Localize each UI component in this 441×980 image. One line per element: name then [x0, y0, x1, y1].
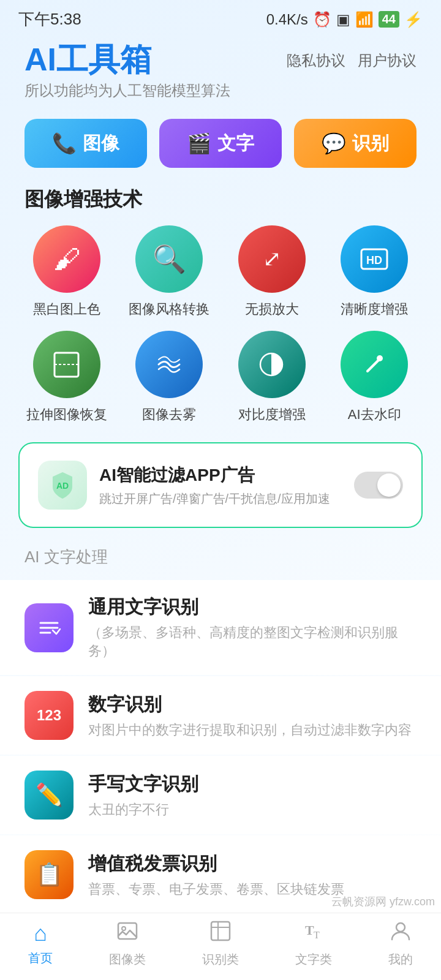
svg-point-6: [377, 355, 383, 361]
texttype-nav-icon: T T: [303, 920, 325, 948]
svg-text:T: T: [314, 930, 320, 940]
header-left: AI工具箱 所以功能均为人工智能模型算法: [24, 42, 230, 100]
app-subtitle: 所以功能均为人工智能模型算法: [24, 81, 230, 100]
contrast-item[interactable]: 对比度增强: [224, 331, 320, 424]
nav-texttype[interactable]: T T 文字类: [295, 920, 332, 968]
nav-image[interactable]: 图像类: [109, 920, 146, 968]
number-ocr-title: 数字识别: [88, 692, 412, 717]
image-nav-icon: [116, 920, 138, 948]
nav-mine-label: 我的: [388, 951, 413, 968]
invoice-ocr-desc: 普票、专票、电子发票、卷票、区块链发票: [88, 880, 344, 899]
alarm-icon: ⏰: [313, 11, 331, 28]
ai-text-list: 通用文字识别 （多场景、多语种、高精度的整图文字检测和识别服务） 123 数字识…: [0, 580, 441, 914]
enlarge-label: 无损放大: [245, 300, 299, 318]
invoice-ocr-text: 增值税发票识别 普票、专票、电子发票、卷票、区块链发票: [88, 851, 344, 899]
nav-home-label: 首页: [28, 950, 53, 967]
identify-category-button[interactable]: 💬 识别: [294, 119, 417, 168]
ad-subtitle: 跳过开屏广告/弹窗广告/干扰信息/应用加速: [99, 491, 342, 507]
image-btn-label: 图像: [83, 131, 119, 156]
svg-text:T: T: [305, 922, 314, 938]
nav-image-label: 图像类: [109, 951, 146, 968]
invoice-ocr-icon: 📋: [24, 850, 74, 899]
identify-btn-label: 识别: [352, 131, 389, 156]
bottom-nav: ⌂ 首页 图像类 识别类 T T 文字类: [0, 913, 441, 980]
sharpen-item[interactable]: HD 清晰度增强: [326, 225, 423, 318]
handwriting-ocr-icon: ✏️: [24, 771, 74, 820]
home-icon: ⌂: [34, 921, 47, 946]
image-btn-icon: 📞: [52, 132, 77, 155]
ad-filter-toggle[interactable]: [354, 472, 403, 499]
ai-section-title: AI 文字处理: [0, 546, 441, 580]
sharpen-label: 清晰度增强: [341, 300, 408, 318]
general-ocr-icon: [24, 603, 74, 652]
nav-texttype-label: 文字类: [295, 951, 332, 968]
style-label: 图像风格转换: [129, 300, 209, 318]
status-time: 下午5:38: [18, 9, 81, 30]
category-buttons: 📞 图像 🎬 文字 💬 识别: [0, 113, 441, 186]
nav-home[interactable]: ⌂ 首页: [28, 921, 53, 967]
restore-icon: [33, 331, 100, 398]
number-ocr-icon: 123: [24, 691, 74, 740]
image-section-title: 图像增强技术: [0, 186, 441, 225]
enlarge-item[interactable]: ⤢ 无损放大: [224, 225, 320, 318]
screen-record-icon: ▣: [336, 11, 350, 28]
style-icon: 🔍: [135, 225, 203, 293]
image-category-button[interactable]: 📞 图像: [24, 119, 147, 168]
ad-icon: AD: [38, 461, 87, 510]
status-bar: 下午5:38 0.4K/s ⏰ ▣ 📶 44 ⚡: [0, 0, 441, 36]
restore-label: 拉伸图像恢复: [26, 405, 107, 424]
sharpen-icon: HD: [341, 225, 408, 293]
nav-identify-label: 识别类: [202, 951, 239, 968]
ad-card: AD AI智能过滤APP广告 跳过开屏广告/弹窗广告/干扰信息/应用加速: [18, 442, 423, 528]
text-btn-icon: 🎬: [187, 132, 211, 155]
mine-nav-icon: [390, 920, 412, 948]
watermark: 云帆资源网 yfzw.com: [331, 894, 435, 909]
general-ocr-title: 通用文字识别: [88, 595, 417, 620]
nav-mine[interactable]: 我的: [388, 920, 413, 968]
general-ocr-item[interactable]: 通用文字识别 （多场景、多语种、高精度的整图文字检测和识别服务）: [0, 580, 441, 675]
general-ocr-desc: （多场景、多语种、高精度的整图文字检测和识别服务）: [88, 624, 417, 660]
watermark-item[interactable]: AI去水印: [326, 331, 423, 424]
dehaze-item[interactable]: 图像去雾: [121, 331, 218, 424]
svg-point-18: [396, 923, 405, 932]
nav-identify[interactable]: 识别类: [202, 920, 239, 968]
handwriting-ocr-title: 手写文字识别: [88, 772, 198, 797]
watermark-label: AI去水印: [348, 405, 401, 424]
charging-icon: ⚡: [404, 11, 423, 28]
contrast-label: 对比度增强: [238, 405, 306, 424]
privacy-link[interactable]: 隐私协议: [287, 51, 345, 70]
watermark-icon: [341, 331, 408, 398]
handwriting-ocr-item[interactable]: ✏️ 手写文字识别 太丑的字不行: [0, 756, 441, 834]
identify-btn-icon: 💬: [322, 132, 346, 155]
svg-rect-2: [55, 353, 78, 377]
number-ocr-item[interactable]: 123 数字识别 对图片中的数字进行提取和识别，自动过滤非数字内容: [0, 676, 441, 755]
wifi-icon: 📶: [355, 11, 374, 28]
header-right[interactable]: 隐私协议 用户协议: [287, 51, 417, 70]
invoice-ocr-title: 增值税发票识别: [88, 851, 344, 876]
svg-point-12: [122, 927, 126, 930]
ad-title: AI智能过滤APP广告: [99, 464, 342, 487]
network-speed: 0.4K/s: [266, 11, 308, 28]
restore-item[interactable]: 拉伸图像恢复: [18, 331, 115, 424]
status-right: 0.4K/s ⏰ ▣ 📶 44 ⚡: [266, 11, 423, 28]
handwriting-ocr-text: 手写文字识别 太丑的字不行: [88, 772, 198, 819]
image-icon-grid: 🖌 黑白图上色 🔍 图像风格转换 ⤢ 无损放大 HD 清晰度增强 拉伸图像恢复: [0, 225, 441, 442]
svg-text:AD: AD: [56, 481, 69, 491]
svg-rect-11: [118, 923, 137, 939]
dehaze-label: 图像去雾: [142, 405, 196, 424]
colorize-label: 黑白图上色: [33, 300, 100, 318]
handwriting-ocr-desc: 太丑的字不行: [88, 801, 198, 819]
colorize-icon: 🖌: [33, 225, 100, 293]
text-btn-label: 文字: [217, 131, 254, 156]
style-item[interactable]: 🔍 图像风格转换: [121, 225, 218, 318]
svg-rect-13: [211, 922, 230, 940]
dehaze-icon: [135, 331, 203, 398]
colorize-item[interactable]: 🖌 黑白图上色: [18, 225, 115, 318]
app-title: AI工具箱: [24, 42, 230, 77]
battery-indicator: 44: [379, 11, 399, 28]
user-link[interactable]: 用户协议: [358, 51, 417, 70]
number-ocr-text: 数字识别 对图片中的数字进行提取和识别，自动过滤非数字内容: [88, 692, 412, 739]
enlarge-icon: ⤢: [238, 225, 306, 293]
toggle-knob: [377, 473, 401, 497]
text-category-button[interactable]: 🎬 文字: [159, 119, 282, 168]
